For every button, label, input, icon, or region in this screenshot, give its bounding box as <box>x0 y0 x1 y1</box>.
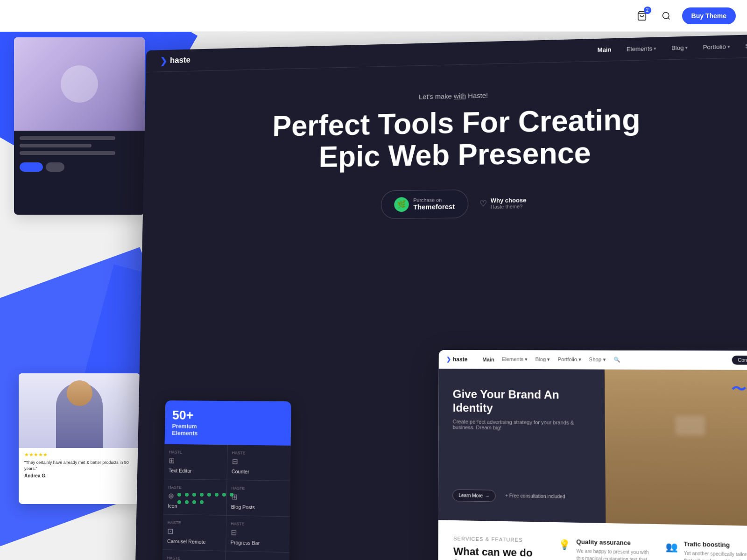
quality-text: We are happy to present you with this ma… <box>576 547 654 560</box>
cart-icon[interactable]: 2 <box>634 7 650 24</box>
element-blog-posts: HASTE ⊞ Blog Posts <box>226 480 290 517</box>
elements-count-area: 50+ Premium Elements <box>172 408 198 437</box>
nav-shop[interactable]: Shop ▾ <box>745 42 747 49</box>
hero-section: Let's make with Haste! Perfect Tools For… <box>142 57 747 257</box>
nav-blog-label: Blog <box>671 44 684 51</box>
elements-label-2: Elements <box>172 430 198 437</box>
why-haste-sub: Haste theme? <box>491 204 527 210</box>
element-name-3: Icon <box>168 503 177 509</box>
services-right-column: 💡 Quality assurance We are happy to pres… <box>558 538 655 560</box>
cart-count: 2 <box>644 7 651 14</box>
element-name-2: Counter <box>232 469 249 475</box>
element-carousel: HASTE ⊡ Carousel Remote <box>162 514 226 551</box>
why-haste-main: Why choose <box>491 197 527 204</box>
inner-nav-contact[interactable]: Contact us <box>732 356 747 365</box>
inner-nav-search[interactable]: 🔍 <box>613 357 620 363</box>
nav-portfolio-chevron: ▾ <box>727 44 730 49</box>
why-haste-button[interactable]: ♡ Why choose Haste theme? <box>479 197 527 210</box>
purchase-button[interactable]: 🌿 Purchase on Themeforest <box>381 189 468 219</box>
nav-portfolio-label: Portfolio <box>703 43 726 51</box>
dot-3 <box>192 493 196 497</box>
nav-portfolio[interactable]: Portfolio ▾ <box>703 43 730 50</box>
element-icon-6: ⊟ <box>231 528 237 537</box>
inner-learn-more-btn[interactable]: Learn More → <box>452 489 495 502</box>
top-toolbar: 2 Buy Theme <box>0 0 747 32</box>
inner-nav-elements[interactable]: Elements ▾ <box>502 356 528 362</box>
nav-elements-chevron: ▾ <box>654 46 656 51</box>
purchase-label: Purchase on <box>413 197 455 203</box>
element-icon-5: ⊡ <box>167 527 173 536</box>
purchase-main: Themeforest <box>413 203 455 211</box>
traffic-title: Trafic boosting <box>684 540 747 549</box>
element-name-1: Text Editor <box>169 468 192 474</box>
element-icon-1: ⊞ <box>169 456 175 465</box>
element-tag-5: HASTE <box>168 520 181 525</box>
quality-icon: 💡 <box>558 539 571 550</box>
element-pricing-table: HASTE ⊞ Pricing Table <box>162 550 226 560</box>
nav-main[interactable]: Main <box>598 46 612 53</box>
inner-hero-subtitle: Create perfect advertising strategy for … <box>453 419 591 431</box>
traffic-boosting-item: 👥 Trafic boosting Yet another specifical… <box>665 540 747 560</box>
hero-cta-area: 🌿 Purchase on Themeforest ♡ Why choose H… <box>178 186 743 221</box>
inner-hero-content: Give Your Brand An Identity Create perfe… <box>438 369 606 523</box>
element-text-editor: HASTE ⊞ Text Editor <box>164 444 227 480</box>
quality-title: Quality assurance <box>576 538 654 547</box>
inner-hero: Give Your Brand An Identity Create perfe… <box>438 369 747 526</box>
quality-content: Quality assurance We are happy to presen… <box>576 538 654 560</box>
buy-theme-button[interactable]: Buy Theme <box>682 7 736 24</box>
preview-card-image <box>14 37 145 131</box>
person-card-content: ★★★★★ "They certainly have already met &… <box>19 448 140 482</box>
inner-nav-portfolio[interactable]: Portfolio ▾ <box>558 357 582 363</box>
element-tag-1: HASTE <box>169 450 183 455</box>
logo-icon: ❯ <box>160 56 167 66</box>
inner-nav-main[interactable]: Main <box>482 357 494 362</box>
hero-subtitle-underline: with <box>454 92 466 100</box>
inner-nav-blog[interactable]: Blog ▾ <box>536 357 550 363</box>
wavy-decoration: 〜〜 <box>731 379 747 399</box>
preview-line-1 <box>20 136 115 140</box>
elements-count: 50+ <box>172 408 198 423</box>
dot-8 <box>230 493 233 497</box>
nav-blog[interactable]: Blog ▾ <box>671 44 688 52</box>
elements-preview-widget: 50+ Premium Elements HASTE ⊞ Text Editor… <box>162 400 291 560</box>
preview-line-3 <box>20 151 115 155</box>
elements-header: 50+ Premium Elements <box>165 400 291 446</box>
elements-label-1: Premium <box>172 422 198 430</box>
traffic-icon: 👥 <box>665 541 678 553</box>
inner-browser-nav: ❯ haste Main Elements ▾ Blog ▾ Portfolio… <box>439 350 747 370</box>
quality-assurance-item: 💡 Quality assurance We are happy to pres… <box>558 538 654 560</box>
traffic-text: Yet another specifically tailored text t… <box>684 550 747 560</box>
dot-1 <box>177 493 181 497</box>
dot-6 <box>215 493 218 497</box>
logo-text: haste <box>170 56 190 65</box>
inner-consultation-btn[interactable]: + Free consultation included <box>500 490 571 503</box>
nav-elements-label: Elements <box>627 45 652 53</box>
preview-line-2 <box>20 144 92 147</box>
nav-shop-label: Shop <box>745 42 747 50</box>
person-quote: "They certainly have already met & bette… <box>24 460 134 471</box>
dot-9 <box>177 500 181 504</box>
person-testimonial-card: ★★★★★ "They certainly have already met &… <box>19 373 140 504</box>
logo: ❯ haste <box>160 55 190 66</box>
dot-7 <box>222 493 226 497</box>
nav-blog-chevron: ▾ <box>685 45 688 50</box>
nav-elements[interactable]: Elements ▾ <box>627 45 656 52</box>
why-haste-text: Why choose Haste theme? <box>491 197 527 210</box>
heart-icon: ♡ <box>479 198 487 209</box>
dot-4 <box>200 493 204 497</box>
services-third-column: 👥 Trafic boosting Yet another specifical… <box>665 540 747 560</box>
search-icon[interactable] <box>658 7 675 24</box>
inner-hero-title: Give Your Brand An Identity <box>453 387 591 416</box>
inner-nav-shop[interactable]: Shop ▾ <box>589 357 606 363</box>
person-name: Andrea G. <box>24 473 134 478</box>
element-empty <box>225 551 289 560</box>
hero-title: Perfect Tools For Creating Epic Web Pres… <box>179 101 743 175</box>
traffic-content: Trafic boosting Yet another specifically… <box>684 540 747 560</box>
element-tag-3: HASTE <box>168 485 182 490</box>
svg-point-1 <box>662 12 669 18</box>
dot-10 <box>185 500 189 504</box>
learn-more-label: Learn More <box>458 493 483 498</box>
inner-browser-mockup: ❯ haste Main Elements ▾ Blog ▾ Portfolio… <box>438 350 747 560</box>
services-left-column: Services & Features What can we do for y… <box>453 536 547 560</box>
services-tag: Services & Features <box>453 536 547 543</box>
